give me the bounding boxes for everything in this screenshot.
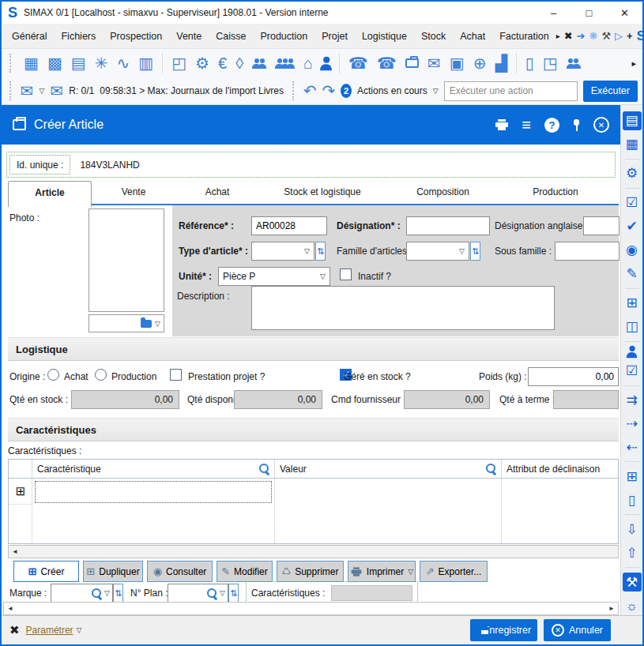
menu-item-logistique[interactable]: Logistique [355,31,414,42]
creer-button[interactable]: ⊞Créer [13,561,79,582]
toolbar-overflow-icon[interactable]: ▸ [631,59,636,68]
origine-achat-radio[interactable] [47,369,59,381]
configure-form-icon[interactable]: ⚒ [601,31,611,41]
scroll-right-icon[interactable]: ► [605,603,618,614]
parametrer-dropdown-icon[interactable]: ▽ [77,626,82,634]
mail-star-icon[interactable]: ✉ [50,83,63,99]
bar-chart-icon[interactable]: ▟ [495,55,507,71]
type-article-spinner[interactable]: ⇅ [315,242,326,261]
minimize-button[interactable]: – [536,2,571,24]
tab-production[interactable]: Production [500,181,611,204]
parametrer-link[interactable]: Paramétrer [26,625,73,636]
price-tag-euro-icon[interactable]: € [218,55,227,71]
id-unique-value[interactable]: 184V3LANHD [80,160,139,171]
maximize-button[interactable]: □ [571,2,607,24]
database-export-icon[interactable]: ⇧ [623,543,642,562]
merge-tables-icon[interactable]: ⊞ [623,294,642,313]
search-icon[interactable] [92,588,102,599]
burst-icon[interactable]: ✳ [95,55,108,71]
user-profile-icon[interactable] [627,345,637,358]
mail-icon[interactable]: ✉ [427,55,441,71]
new-row-cell[interactable] [35,481,272,503]
search-icon[interactable] [259,464,269,474]
menu-item-fichiers[interactable]: Fichiers [54,31,103,42]
plan-spinner[interactable]: ⇅ [228,584,239,603]
toolbar-grip[interactable] [9,54,12,73]
menu-item-production[interactable]: Production [253,31,314,42]
store-icon[interactable]: ⌂ [303,55,313,71]
user-icon[interactable] [320,56,332,70]
package-icon[interactable]: ◰ [171,55,186,71]
execute-action-input[interactable] [444,81,578,101]
announce-icon[interactable]: ▷ [615,31,623,41]
database-import-icon[interactable]: ⇩ [623,520,642,539]
target-icon[interactable]: ⊕ [473,55,487,71]
data-import-icon[interactable]: ⇠ [623,438,642,456]
actions-in-progress-label[interactable]: Actions en cours [357,85,427,96]
paintbrush-icon[interactable]: ✎ [623,265,642,284]
photo-box[interactable] [89,208,164,312]
statistics-icon[interactable]: ▥ [138,55,153,71]
tab-stock-logistique[interactable]: Stock et logistique [259,181,386,204]
trend-chart-icon[interactable]: ∿ [116,55,130,71]
photo-dropdown-icon[interactable]: ▽ [155,320,160,328]
tab-article[interactable]: Article [8,181,92,207]
tab-composition[interactable]: Composition [386,181,500,204]
photo-file-picker[interactable]: ▽ [89,314,164,332]
contacts-icon[interactable] [252,58,266,69]
data-export-icon[interactable]: ⇢ [623,414,642,433]
phone-incoming-icon[interactable]: ☎ [377,55,397,71]
toolbar-grip[interactable] [9,81,12,100]
close-form-icon[interactable]: ✕ [593,117,609,133]
designation-en-input[interactable] [583,216,620,235]
menu-item-stock[interactable]: Stock [414,31,453,42]
scroll-left-icon[interactable]: ◄ [9,546,21,558]
col-valeur[interactable]: Valeur [275,460,502,478]
group-icon[interactable] [275,58,295,69]
col-attribut[interactable]: Attribut de déclinaison [502,460,618,478]
add-row-button[interactable]: ⊞ [9,479,32,505]
tag-icon[interactable]: ◊ [235,55,243,71]
cube-icon[interactable]: ▣ [450,55,465,71]
plan-combo[interactable]: ▽ [168,584,228,603]
poids-input[interactable] [528,367,619,386]
menu-item-projet[interactable]: Projet [314,31,355,42]
modifier-button[interactable]: ✎Modifier [217,561,273,582]
search-icon[interactable] [207,588,217,599]
unite-select[interactable]: Pièce P▽ [218,267,330,286]
marque-spinner[interactable]: ⇅ [113,584,123,603]
list-view-icon[interactable]: ▤ [71,55,86,71]
search-icon[interactable] [486,464,496,474]
table-preview-icon[interactable]: ◫ [623,317,642,336]
origine-production-radio[interactable] [95,369,107,381]
famille-spinner[interactable]: ⇅ [470,242,480,261]
window-tools-icon[interactable]: ⚒ [623,573,642,592]
menu-item-caisse[interactable]: Caisse [209,31,253,42]
menu-item-facturation[interactable]: Facturation [492,31,556,42]
parcel-icon[interactable]: ◳ [543,55,558,71]
caracteristiques-field[interactable]: Caractéristiques : [246,581,418,604]
partners-icon[interactable] [567,58,581,69]
settings-gear-icon[interactable]: ⚙ [623,164,642,183]
redo-icon[interactable]: ↷ [322,83,336,99]
execute-button[interactable]: Exécuter [583,81,638,102]
help-icon[interactable]: ? [544,118,559,133]
mail-dropdown-icon[interactable]: ▽ [40,87,45,95]
col-caracteristique[interactable]: Caractéristique [32,460,275,478]
inactif-checkbox[interactable] [340,269,352,280]
briefcase-icon[interactable] [405,58,419,68]
imprimer-dropdown-icon[interactable]: ▽ [408,568,413,576]
idea-bulb-icon[interactable]: ☼ [623,596,642,615]
calendar-icon[interactable]: ▦ [24,55,39,71]
menu-item-prospection[interactable]: Prospection [103,31,169,42]
annuler-button[interactable]: ✕Annuler [544,619,611,641]
supprimer-button[interactable]: ♺Supprimer [277,561,344,582]
famille-select[interactable]: ▽ [406,242,469,261]
assistant-icon[interactable]: ❋ [589,31,598,41]
data-transfer-icon[interactable]: ⇉ [623,391,642,410]
imprimer-button[interactable]: Imprimer▽ [348,561,416,582]
reference-input[interactable] [251,216,327,235]
undo-icon[interactable]: ↶ [303,83,317,99]
exporter-button[interactable]: ⇗Exporter... [420,561,488,582]
add-icon[interactable]: + [627,31,633,41]
